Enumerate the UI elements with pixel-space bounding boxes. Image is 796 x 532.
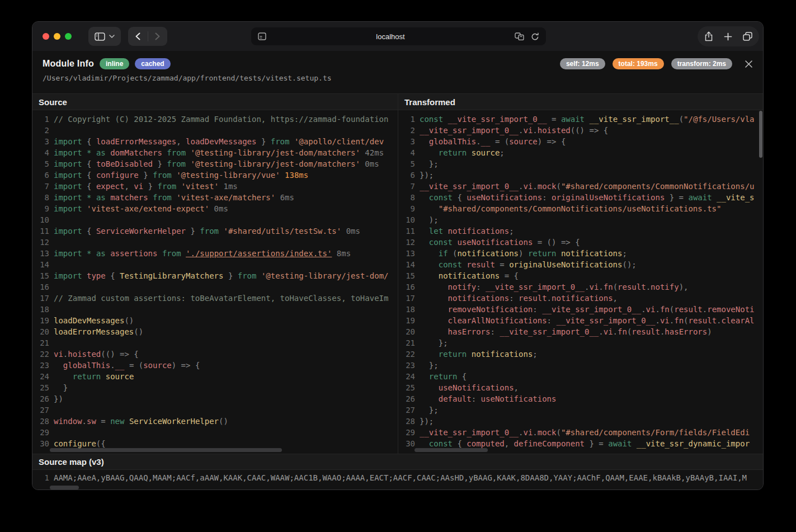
translate-icon[interactable] [515, 32, 524, 40]
code-line: 22vi.hoisted(() => { [32, 349, 398, 360]
sidebar-icon [95, 32, 105, 41]
transformed-horizontal-scrollbar[interactable] [415, 448, 488, 452]
code-line: 15import type { TestingLibraryMatchers }… [32, 270, 398, 281]
transformed-panel: Transformed 1const __vite_ssr_import_0__… [398, 93, 763, 454]
line-number: 23 [398, 360, 420, 371]
sidebar-button[interactable] [88, 27, 121, 46]
code-line: 27 [32, 404, 398, 416]
forward-button[interactable] [148, 27, 167, 46]
timing-total-badge: total: 193ms [613, 58, 664, 69]
line-number: 30 [398, 438, 420, 449]
code-line: 12 const useNotifications = () => { [398, 237, 763, 248]
code-line: 29 [32, 427, 398, 438]
line-number: 24 [398, 371, 420, 382]
chevron-down-icon [109, 35, 115, 38]
badge-inline: inline [100, 58, 129, 69]
window-zoom-button[interactable] [65, 33, 72, 40]
line-number: 10 [398, 214, 420, 225]
code-line: 16 [32, 281, 398, 293]
close-button[interactable] [745, 60, 753, 68]
code-line: 20 hasErrors: __vite_ssr_import_0__.vi.f… [398, 326, 763, 337]
line-number: 13 [32, 248, 54, 259]
sourcemap-header: Source map (v3) [32, 454, 763, 470]
line-number: 17 [398, 293, 420, 304]
share-icon[interactable] [704, 31, 713, 41]
code-line: 13 if (notifications) return notificatio… [398, 248, 763, 259]
line-number: 2 [398, 125, 420, 136]
line-number: 25 [398, 382, 420, 393]
line-number: 26 [398, 393, 420, 404]
sourcemap-horizontal-scrollbar[interactable] [50, 486, 79, 489]
line-number: 29 [398, 427, 420, 438]
new-tab-icon[interactable] [724, 32, 732, 41]
source-horizontal-scrollbar[interactable] [50, 448, 282, 452]
line-number: 15 [32, 270, 54, 281]
window-close-button[interactable] [43, 33, 49, 40]
line-number: 20 [398, 326, 420, 337]
line-number: 4 [32, 147, 54, 158]
line-number: 4 [398, 147, 420, 158]
traffic-lights [43, 33, 72, 40]
line-number: 17 [32, 293, 54, 304]
tab-overview-icon[interactable] [743, 32, 752, 41]
code-line: 5 }; [398, 158, 763, 170]
address-bar[interactable]: localhost [251, 27, 546, 45]
close-icon [745, 60, 753, 68]
module-link[interactable]: './support/assertions/index.ts' [186, 249, 332, 258]
code-line: 27 }; [398, 404, 763, 416]
page-title: Module Info [43, 59, 94, 69]
line-number: 27 [398, 404, 420, 416]
code-line: 30 const { computed, defineComponent } =… [398, 438, 763, 449]
nav-buttons [128, 27, 167, 46]
code-line: 10 [32, 214, 398, 225]
line-number: 22 [398, 349, 420, 360]
line-number: 7 [398, 181, 420, 192]
line-number: 6 [398, 170, 420, 181]
module-file-path: /Users/vladimir/Projects/zammad/app/fron… [43, 74, 753, 82]
line-number: 16 [32, 281, 54, 293]
code-line: 9 "#shared/components/CommonNotification… [398, 203, 763, 214]
line-number: 12 [32, 237, 54, 248]
code-line: 12 [32, 237, 398, 248]
sourcemap-line: 1 AAMA;AAeA,yBAAG,QAAQ,MAAM;AACf,aAAW,KA… [32, 472, 763, 484]
code-line: 24 return source [32, 371, 398, 382]
line-number: 27 [32, 404, 54, 416]
reload-icon[interactable] [531, 32, 539, 41]
code-line: 18 removeNotification: __vite_ssr_import… [398, 304, 763, 315]
line-number: 18 [32, 304, 54, 315]
line-number: 15 [398, 270, 420, 281]
sourcemap-line-number: 1 [32, 472, 54, 484]
window-minimize-button[interactable] [54, 33, 60, 40]
line-number: 28 [32, 416, 54, 427]
line-number: 22 [32, 349, 54, 360]
code-line: 5import { toBeDisabled } from '@testing-… [32, 158, 398, 170]
line-number: 10 [32, 214, 54, 225]
line-number: 14 [32, 259, 54, 270]
code-line: 29__vite_ssr_import_0__.vi.mock("#shared… [398, 427, 763, 438]
line-number: 21 [32, 337, 54, 349]
transformed-panel-title: Transformed [404, 97, 455, 107]
transformed-vertical-scrollbar[interactable] [759, 111, 762, 158]
line-number: 29 [32, 427, 54, 438]
code-line: 7import { expect, vi } from 'vitest' 1ms [32, 181, 398, 192]
code-line: 16 notify: __vite_ssr_import_0__.vi.fn(r… [398, 281, 763, 293]
page-settings-icon[interactable] [258, 32, 266, 40]
line-number: 11 [398, 225, 420, 237]
line-number: 6 [32, 170, 54, 181]
line-number: 21 [398, 337, 420, 349]
line-number: 30 [32, 438, 54, 449]
back-button[interactable] [129, 27, 148, 46]
url-text[interactable]: localhost [266, 32, 515, 41]
code-line: 26}) [32, 393, 398, 404]
code-line: 15 notifications = { [398, 270, 763, 281]
sourcemap-mappings: AAMA;AAeA,yBAAG,QAAQ,MAAM;AACf,aAAW,KAAK… [54, 472, 763, 484]
line-number: 8 [32, 192, 54, 203]
badge-cached: cached [135, 58, 170, 69]
line-number: 19 [398, 315, 420, 326]
line-number: 14 [398, 259, 420, 270]
code-line: 11import { ServiceWorkerHelper } from '#… [32, 225, 398, 237]
line-number: 8 [398, 192, 420, 203]
code-line: 25 useNotifications, [398, 382, 763, 393]
code-line: 17 notifications: result.notifications, [398, 293, 763, 304]
source-panel-title: Source [39, 97, 67, 107]
